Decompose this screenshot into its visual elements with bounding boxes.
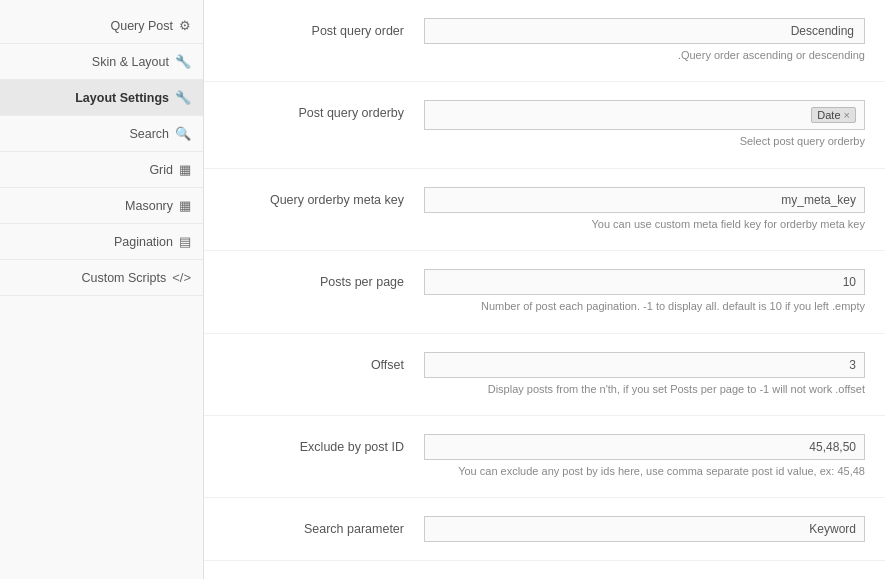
settings-row-query-orderby-meta-key: Query orderby meta keyYou can use custom… [204, 169, 885, 251]
sidebar-item-label: Query Post [110, 19, 173, 33]
sidebar-item-pagination[interactable]: Pagination▤ [0, 224, 203, 260]
hint-query-orderby-meta-key: You can use custom meta field key for or… [424, 217, 865, 232]
hint-offset: Display posts from the n'th, if you set … [424, 382, 865, 397]
sidebar-item-label: Custom Scripts [81, 271, 166, 285]
sidebar-item-icon: ⚙ [179, 18, 191, 33]
tag-item: Date× [811, 107, 856, 123]
control-search-parameter [424, 516, 865, 542]
input-query-orderby-meta-key[interactable] [424, 187, 865, 213]
sidebar-item-label: Grid [149, 163, 173, 177]
input-exclude-by-post-id[interactable] [424, 434, 865, 460]
tag-label: Date [817, 109, 840, 121]
label-post-query-order: Post query order [224, 18, 424, 38]
main-content: Post query orderDescending.Query order a… [204, 0, 885, 579]
label-query-orderby-meta-key: Query orderby meta key [224, 187, 424, 207]
sidebar-item-label: Pagination [114, 235, 173, 249]
sidebar-item-search[interactable]: Search🔍 [0, 116, 203, 152]
control-offset: Display posts from the n'th, if you set … [424, 352, 865, 397]
sidebar-item-icon: </> [172, 270, 191, 285]
control-post-query-orderby: Date×Select post query orderby [424, 100, 865, 149]
sidebar-item-grid[interactable]: Grid▦ [0, 152, 203, 188]
label-posts-per-page: Posts per page [224, 269, 424, 289]
settings-row-exclude-by-post-id: Exclude by post IDYou can exclude any po… [204, 416, 885, 498]
hint-post-query-orderby: Select post query orderby [424, 134, 865, 149]
tag-remove-button[interactable]: × [844, 109, 850, 121]
settings-row-search-parameter: Search parameter [204, 498, 885, 561]
control-post-query-order: Descending.Query order ascending or desc… [424, 18, 865, 63]
settings-row-post-query-order: Post query orderDescending.Query order a… [204, 0, 885, 82]
sidebar-item-icon: ▤ [179, 234, 191, 249]
label-exclude-by-post-id: Exclude by post ID [224, 434, 424, 454]
label-search-parameter: Search parameter [224, 516, 424, 536]
settings-row-posts-per-page: Posts per pageNumber of post each pagina… [204, 251, 885, 333]
hint-post-query-order: .Query order ascending or descending [424, 48, 865, 63]
sidebar-item-icon: ▦ [179, 198, 191, 213]
tag-input-post-query-orderby[interactable]: Date× [424, 100, 865, 130]
sidebar-item-icon: 🔧 [175, 54, 191, 69]
sidebar-item-icon: 🔍 [175, 126, 191, 141]
control-exclude-by-post-id: You can exclude any post by ids here, us… [424, 434, 865, 479]
sidebar-item-icon: 🔧 [175, 90, 191, 105]
input-offset[interactable] [424, 352, 865, 378]
sidebar-item-label: Layout Settings [75, 91, 169, 105]
dropdown-post-query-order[interactable]: Descending [424, 18, 865, 44]
sidebar-item-skin-layout[interactable]: Skin & Layout🔧 [0, 44, 203, 80]
hint-exclude-by-post-id: You can exclude any post by ids here, us… [424, 464, 865, 479]
control-query-orderby-meta-key: You can use custom meta field key for or… [424, 187, 865, 232]
control-posts-per-page: Number of post each pagination. -1 to di… [424, 269, 865, 314]
input-search-parameter[interactable] [424, 516, 865, 542]
sidebar-item-custom-scripts[interactable]: Custom Scripts</> [0, 260, 203, 296]
hint-posts-per-page: Number of post each pagination. -1 to di… [424, 299, 865, 314]
sidebar-item-label: Skin & Layout [92, 55, 169, 69]
input-posts-per-page[interactable] [424, 269, 865, 295]
sidebar-item-icon: ▦ [179, 162, 191, 177]
sidebar-item-query-post[interactable]: Query Post⚙ [0, 8, 203, 44]
sidebar-item-layout-settings[interactable]: Layout Settings🔧 [0, 80, 203, 116]
sidebar-item-masonry[interactable]: Masonry▦ [0, 188, 203, 224]
sidebar-item-label: Search [129, 127, 169, 141]
label-offset: Offset [224, 352, 424, 372]
sidebar: Query Post⚙Skin & Layout🔧Layout Settings… [0, 0, 204, 579]
settings-row-post-query-orderby: Post query orderbyDate×Select post query… [204, 82, 885, 168]
sidebar-item-label: Masonry [125, 199, 173, 213]
label-post-query-orderby: Post query orderby [224, 100, 424, 120]
settings-row-offset: OffsetDisplay posts from the n'th, if yo… [204, 334, 885, 416]
